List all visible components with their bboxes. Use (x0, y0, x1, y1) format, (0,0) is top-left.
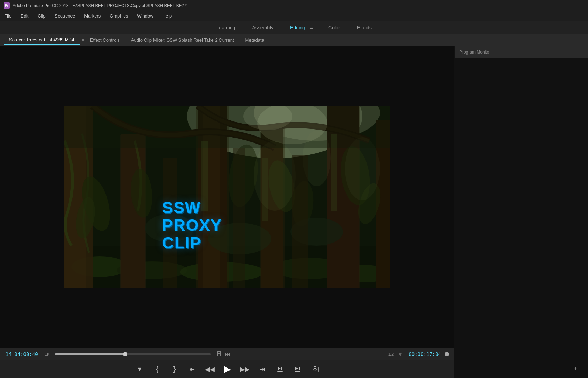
main-content: SSW PROXY CLIP 14:04:00:40 1K 🎞 ⏭ 1/2 ▼ (0, 46, 588, 378)
title-text: Adobe Premiere Pro CC 2018 - E:\SPLASH R… (13, 3, 187, 8)
svg-rect-48 (295, 371, 300, 372)
workspace-bar: Learning Assembly Editing ≡ Color Effect… (0, 21, 588, 34)
out-point-button[interactable]: } (169, 364, 180, 375)
workspace-menu-icon[interactable]: ≡ (310, 25, 313, 30)
filmstrip-icon[interactable]: 🎞 (216, 351, 222, 357)
video-frame: SSW PROXY CLIP (64, 106, 390, 288)
add-button[interactable]: + (570, 364, 581, 375)
tab-metadata[interactable]: Metadata (240, 35, 270, 45)
menu-graphics[interactable]: Graphics (108, 13, 129, 19)
right-panel: Program Monitor (455, 46, 588, 378)
proxy-line-2: PROXY (162, 216, 222, 234)
svg-rect-41 (233, 148, 245, 288)
svg-rect-47 (281, 367, 282, 370)
video-preview: SSW PROXY CLIP (0, 46, 454, 348)
transport-bar: 14:04:00:40 1K 🎞 ⏭ 1/2 ▼ 00:00:17:04 (0, 348, 454, 360)
source-tab-group: Source: Trees eat fish4989.MP4 ≡ (4, 35, 84, 45)
svg-rect-50 (299, 367, 300, 370)
svg-rect-42 (292, 155, 308, 288)
playhead-handle[interactable] (123, 352, 127, 356)
resolution-indicator: 1/2 (388, 352, 394, 356)
tab-assembly[interactable]: Assembly (251, 22, 275, 33)
progress-bar[interactable] (55, 354, 210, 355)
proxy-line-3: CLIP (162, 234, 222, 252)
insert-button[interactable] (274, 364, 286, 375)
tab-effects[interactable]: Effects (356, 22, 374, 33)
tab-learning[interactable]: Learning (215, 22, 237, 33)
progress-fill (55, 354, 125, 355)
proxy-line-1: SSW (162, 199, 222, 217)
timecode-current[interactable]: 14:04:00:40 (6, 351, 41, 357)
menu-clip[interactable]: Clip (36, 13, 47, 19)
step-back-button[interactable]: ◀◀ (204, 364, 216, 375)
title-bar: Pr Adobe Premiere Pro CC 2018 - E:\SPLAS… (0, 0, 588, 11)
tab-color[interactable]: Color (327, 22, 341, 33)
proxy-text-overlay: SSW PROXY CLIP (162, 199, 222, 252)
svg-rect-39 (331, 134, 337, 211)
menu-markers[interactable]: Markers (83, 13, 102, 19)
dropdown-arrow-icon[interactable]: ▼ (398, 351, 403, 357)
app-icon: Pr (4, 2, 10, 9)
go-to-out-button[interactable]: ⇥ (257, 364, 268, 375)
marker-button[interactable]: ▼ (134, 364, 145, 375)
timecode-duration[interactable]: 00:00:17:04 (406, 351, 441, 357)
tab-editing[interactable]: Editing (289, 22, 307, 33)
zoom-level[interactable]: 1K (45, 352, 49, 356)
play-button[interactable]: ▶ (222, 364, 233, 375)
svg-rect-36 (64, 106, 390, 148)
menu-edit[interactable]: Edit (19, 13, 30, 19)
forest-scene (64, 106, 390, 288)
step-forward-button[interactable]: ▶▶ (239, 364, 251, 375)
duration-end-handle[interactable] (445, 352, 449, 356)
menu-help[interactable]: Help (161, 13, 173, 19)
svg-point-33 (254, 141, 296, 211)
svg-rect-53 (314, 366, 316, 368)
screenshot-button[interactable] (309, 364, 321, 375)
menu-file[interactable]: File (3, 13, 13, 19)
svg-marker-46 (278, 367, 281, 370)
menu-bar: File Edit Clip Sequence Markers Graphics… (0, 11, 588, 21)
svg-point-52 (314, 368, 316, 371)
overwrite-button[interactable] (292, 364, 303, 375)
svg-marker-49 (295, 367, 298, 370)
in-point-button[interactable]: { (152, 364, 163, 375)
tab-source[interactable]: Source: Trees eat fish4989.MP4 (4, 35, 80, 45)
right-panel-header: Program Monitor (455, 46, 588, 58)
menu-window[interactable]: Window (136, 13, 155, 19)
svg-rect-45 (277, 371, 283, 372)
bottom-controls: ▼ { } ⇤ ◀◀ ▶ ▶▶ ⇥ (0, 360, 454, 378)
right-panel-title: Program Monitor (459, 50, 491, 55)
menu-sequence[interactable]: Sequence (53, 13, 77, 19)
source-tab-menu-icon[interactable]: ≡ (82, 38, 84, 43)
panel-tabs-bar: Source: Trees eat fish4989.MP4 ≡ Effect … (0, 34, 588, 46)
svg-rect-51 (312, 367, 318, 372)
source-monitor: SSW PROXY CLIP 14:04:00:40 1K 🎞 ⏭ 1/2 ▼ (0, 46, 455, 378)
tab-effect-controls[interactable]: Effect Controls (84, 35, 125, 45)
go-to-in-button[interactable]: ⇤ (187, 364, 198, 375)
tab-audio-clip-mixer[interactable]: Audio Clip Mixer: SSW Splash Reel Take 2… (125, 35, 240, 45)
svg-rect-38 (262, 158, 268, 221)
skip-icon[interactable]: ⏭ (225, 351, 230, 357)
